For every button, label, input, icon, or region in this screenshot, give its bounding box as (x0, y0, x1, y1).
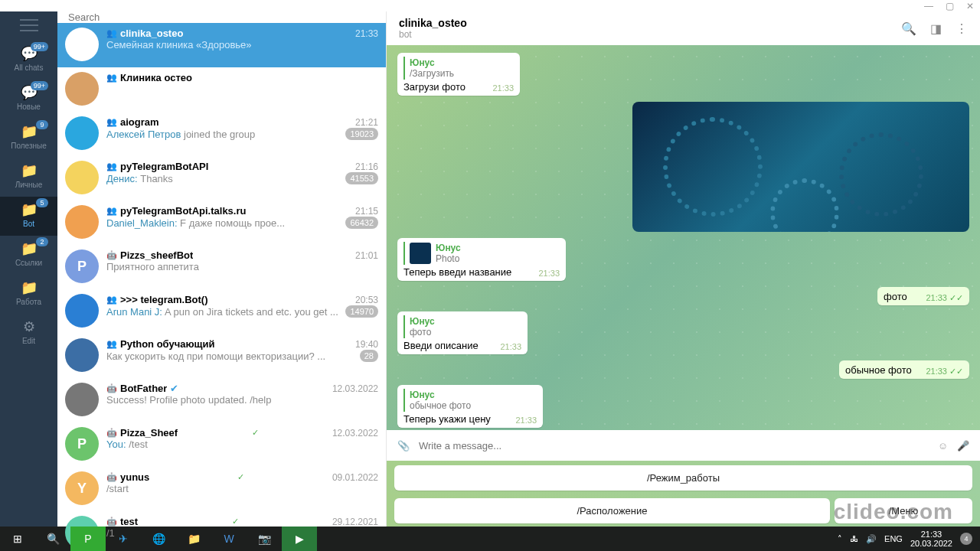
avatar: Y (65, 471, 99, 505)
more-icon[interactable]: ⋮ (956, 21, 968, 36)
sidepanel-icon[interactable]: ◨ (930, 21, 942, 36)
attach-icon[interactable]: 📎 (397, 440, 410, 452)
windows-taskbar: ⊞ 🔍 P ✈ 🌐 📁 W 📷 ▶ ˄ 🖧 🔊 ENG 21:3320.03.2… (0, 527, 980, 551)
group-icon: 👥 (106, 117, 117, 127)
rail-useful[interactable]: 9📁Полезные (0, 119, 57, 158)
chat-time: 21:21 (355, 117, 378, 128)
search-icon[interactable]: 🔍 (901, 21, 916, 36)
start-button[interactable]: ⊞ (0, 527, 35, 551)
tray-network-icon[interactable]: 🖧 (850, 534, 858, 543)
chat-time: 12.03.2022 (332, 383, 378, 394)
kb-btn-menu[interactable]: /Меню (835, 498, 972, 523)
chat-time: 19:40 (355, 339, 378, 350)
taskbar-app[interactable]: W (211, 527, 247, 551)
maximize-icon[interactable]: ▢ (946, 1, 954, 11)
voice-icon[interactable]: 🎤 (957, 440, 969, 452)
read-check-icon: ✓ (237, 472, 244, 482)
search-input[interactable] (68, 11, 375, 23)
bot-icon: 🤖 (106, 428, 117, 438)
taskbar-app[interactable]: 📁 (176, 527, 211, 551)
chat-title: test (120, 516, 138, 527)
avatar (65, 383, 99, 416)
chat-list-item[interactable]: 👥>>> telegram.Bot()20:53Arun Mani J: A p… (57, 289, 386, 334)
chat-title: >>> telegram.Bot() (120, 294, 208, 305)
taskbar-app[interactable]: ✈ (106, 527, 141, 551)
chat-list-item[interactable]: Y🤖yunus✓09.01.2022/start (57, 467, 386, 511)
outgoing-message[interactable]: обычное фото21:33 ✓✓ (839, 360, 969, 379)
chat-preview: Success! Profile photo updated. /help (106, 394, 271, 406)
tray-clock[interactable]: 21:3320.03.2022 (910, 530, 952, 548)
chat-header[interactable]: clinika_osteo bot 🔍 ◨ ⋮ (387, 11, 980, 45)
chat-list-item[interactable]: P🤖Pizza_Sheef✓12.03.2022You: /test (57, 422, 386, 467)
search-taskbar-icon[interactable]: 🔍 (35, 527, 70, 551)
rail-bot[interactable]: 5📁Bot (0, 197, 57, 236)
minimize-icon[interactable]: — (924, 1, 933, 11)
chat-list-item[interactable]: 👥pyTelegramBotAPI21:16Денис: Thanks41553 (57, 156, 386, 201)
window-titlebar: — ▢ ✕ (0, 0, 980, 11)
group-icon: 👥 (106, 339, 117, 349)
bot-keyboard: /Режим_работы (387, 461, 980, 494)
chat-preview: Денис: Thanks (106, 173, 173, 184)
chat-list-item[interactable]: 👥clinika_osteo21:33Семейная клиника «Здо… (57, 23, 386, 67)
taskbar-app[interactable]: 📷 (247, 527, 282, 551)
avatar: P (65, 427, 99, 461)
outgoing-message[interactable]: фото21:33 ✓✓ (877, 287, 969, 305)
chat-list-item[interactable]: P🤖Pizzs_sheefBot21:01Приятного аппетита (57, 245, 386, 289)
chat-title: Pizza_Sheef (120, 427, 178, 439)
close-icon[interactable]: ✕ (966, 1, 974, 11)
avatar (65, 116, 99, 150)
chat-time: 09.01.2022 (332, 472, 378, 483)
chat-title: Python обучающий (120, 338, 215, 350)
kb-btn-location[interactable]: /Расположение (394, 498, 830, 523)
rail-edit[interactable]: ⚙Edit (0, 314, 57, 353)
chat-preview: Приятного аппетита (106, 261, 199, 272)
message-input[interactable] (419, 440, 929, 452)
chat-title: Клиника остео (120, 72, 192, 83)
avatar (65, 161, 99, 194)
incoming-message[interactable]: Юнусобычное фото Теперь укажи цену21:33 (397, 385, 543, 428)
chat-header-sub: bot (399, 29, 467, 40)
rail-links[interactable]: 2📁Ссылки (0, 236, 57, 275)
rail-new[interactable]: 99+💬Новые (0, 80, 57, 119)
chat-list-item[interactable]: 🤖BotFather✔12.03.2022Success! Profile ph… (57, 378, 386, 422)
read-check-icon: ✓ (232, 517, 239, 527)
tray-notifications[interactable]: 4 (960, 533, 972, 545)
chat-list-item[interactable]: 👥Клиника остео (57, 67, 386, 112)
chat-list-panel: 👥clinika_osteo21:33Семейная клиника «Здо… (57, 11, 387, 527)
tray-chevron-icon[interactable]: ˄ (838, 534, 842, 544)
group-icon: 👥 (106, 28, 117, 38)
chat-time: 21:33 (355, 28, 378, 39)
rail-personal[interactable]: 📁Личные (0, 158, 57, 197)
avatar (65, 294, 99, 328)
chat-time: 29.12.2021 (332, 517, 378, 527)
avatar (65, 338, 99, 372)
chat-list-item[interactable]: 👥Python обучающий19:40Как ускорить код п… (57, 334, 386, 378)
chat-header-title: clinika_osteo (399, 17, 467, 29)
group-icon: 👥 (106, 295, 117, 305)
chat-time: 21:01 (355, 250, 378, 261)
avatar (65, 72, 99, 106)
bot-icon: 🤖 (106, 517, 117, 527)
kb-btn-hours[interactable]: /Режим_работы (394, 465, 972, 491)
rail-all-chats[interactable]: 99+💬All chats (0, 41, 57, 80)
message-input-row: 📎 ☺ 🎤 (387, 430, 980, 461)
tray-lang[interactable]: ENG (884, 534, 903, 543)
incoming-message[interactable]: ЮнусPhoto Теперь введи название21:33 (397, 238, 566, 281)
taskbar-app[interactable]: ▶ (282, 527, 317, 551)
chat-title: clinika_osteo (120, 28, 183, 39)
conversation-panel: clinika_osteo bot 🔍 ◨ ⋮ Юнус/Загрузить З… (387, 11, 980, 527)
tray-sound-icon[interactable]: 🔊 (866, 534, 877, 544)
chat-preview: You: /test (106, 439, 148, 450)
emoji-icon[interactable]: ☺ (938, 440, 948, 452)
taskbar-app[interactable]: 🌐 (141, 527, 176, 551)
taskbar-app[interactable]: P (70, 527, 106, 551)
outgoing-image[interactable] (632, 102, 969, 232)
avatar: P (65, 249, 99, 283)
incoming-message[interactable]: Юнусфото Введи описание21:33 (397, 311, 528, 354)
chat-list-item[interactable]: 👥pyTelegramBotApi.talks.ru21:15Daniel_Ma… (57, 201, 386, 245)
incoming-message[interactable]: Юнус/Загрузить Загрузи фото21:33 (397, 53, 520, 96)
chat-time: 12.03.2022 (332, 428, 378, 439)
menu-icon[interactable] (20, 19, 38, 31)
rail-work[interactable]: 📁Работа (0, 275, 57, 314)
chat-list-item[interactable]: 👥aiogram21:21Алексей Петров joined the g… (57, 112, 386, 156)
